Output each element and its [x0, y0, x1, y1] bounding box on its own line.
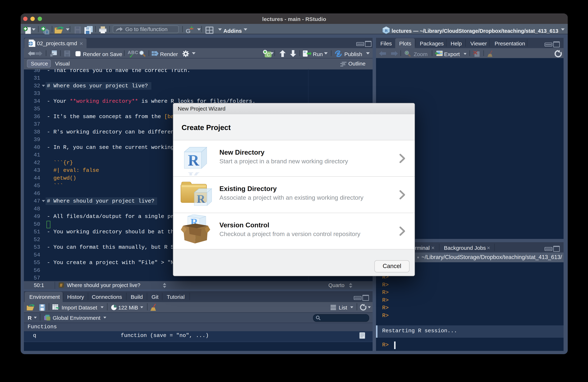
svg-text:R: R	[188, 169, 199, 175]
svg-text:R: R	[197, 192, 205, 205]
svg-text:R: R	[385, 28, 388, 33]
svg-text:R: R	[188, 152, 199, 169]
svg-text:R: R	[46, 30, 48, 34]
svg-text:C: C	[267, 52, 270, 57]
